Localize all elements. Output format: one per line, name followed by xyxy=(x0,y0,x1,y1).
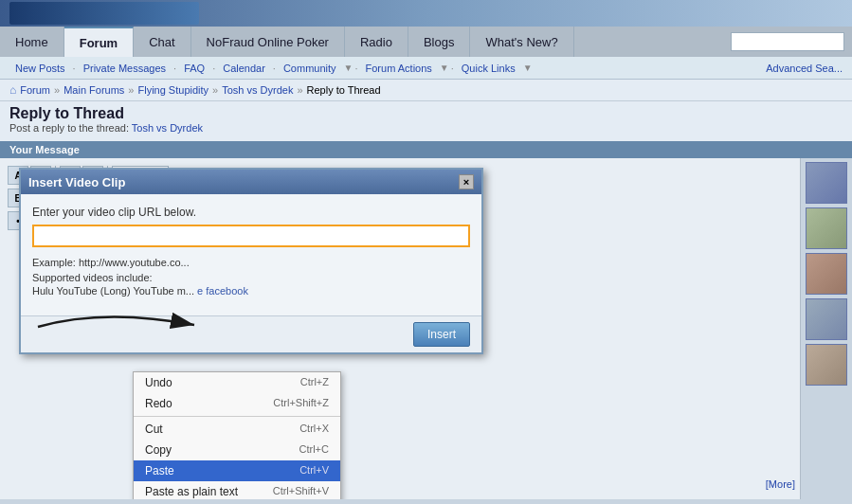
ctx-cut[interactable]: Cut Ctrl+X xyxy=(134,419,340,440)
breadcrumb-forum[interactable]: Forum xyxy=(20,84,50,96)
dialog-insert-button[interactable]: Insert xyxy=(413,322,470,347)
subnav-calendar[interactable]: Calendar xyxy=(217,63,271,74)
subnav-community[interactable]: Community xyxy=(278,63,342,74)
breadcrumb: ⌂ Forum » Main Forums » Flying Stupidity… xyxy=(0,80,852,101)
subnav-private-messages[interactable]: Private Messages xyxy=(78,63,172,74)
insert-video-dialog: Insert Video Clip × Enter your video cli… xyxy=(19,168,483,354)
your-message-bar: Your Message xyxy=(0,141,852,158)
home-icon: ⌂ xyxy=(9,83,16,97)
breadcrumb-current: Reply to Thread xyxy=(307,84,381,96)
sub-nav: New Posts · Private Messages · FAQ · Cal… xyxy=(0,57,852,80)
dialog-title: Insert Video Clip xyxy=(28,175,125,189)
dialog-url-input[interactable] xyxy=(32,225,470,247)
subnav-quick-links[interactable]: Quick Links xyxy=(456,63,521,74)
subnav-new-posts[interactable]: New Posts xyxy=(9,63,71,74)
dialog-footer: Insert xyxy=(21,315,481,352)
avatar-2[interactable] xyxy=(806,207,847,249)
ctx-sep1 xyxy=(134,416,340,417)
dialog-titlebar: Insert Video Clip × xyxy=(21,170,481,194)
search-input[interactable] xyxy=(731,32,844,51)
nav-item-nofraud[interactable]: NoFraud Online Poker xyxy=(191,27,345,57)
ctx-redo[interactable]: Redo Ctrl+Shift+Z xyxy=(134,393,340,414)
banner-logo xyxy=(9,2,199,25)
dialog-example: Example: http://www.youtube.co... xyxy=(32,257,470,268)
avatar-4[interactable] xyxy=(806,298,847,340)
dialog-platforms: Hulu YouTube (Long) YouTube m... e faceb… xyxy=(32,285,470,297)
dialog-body: Enter your video clip URL below. Example… xyxy=(21,194,481,315)
nav-item-radio[interactable]: Radio xyxy=(345,27,408,57)
ctx-paste[interactable]: Paste Ctrl+V xyxy=(134,460,340,481)
thread-link[interactable]: Tosh vs Dyrdek xyxy=(132,122,203,134)
nav-item-forum[interactable]: Forum xyxy=(64,27,134,57)
nav-item-chat[interactable]: Chat xyxy=(134,27,190,57)
dialog-close-button[interactable]: × xyxy=(459,174,474,189)
nav-bar: Home Forum Chat NoFraud Online Poker Rad… xyxy=(0,27,852,57)
more-link[interactable]: [More] xyxy=(766,478,795,490)
ctx-copy[interactable]: Copy Ctrl+C xyxy=(134,440,340,460)
avatar-1[interactable] xyxy=(806,162,847,204)
subnav-faq[interactable]: FAQ xyxy=(178,63,210,74)
avatar-5[interactable] xyxy=(806,344,847,386)
subnav-advanced-search[interactable]: Advanced Sea... xyxy=(766,63,843,74)
avatar-3[interactable] xyxy=(806,253,847,295)
main-content: A A 🖼 📎 Font B I U ≡ ≡ ≡ ≡ • 1. → xyxy=(0,158,852,499)
nav-item-blogs[interactable]: Blogs xyxy=(408,27,471,57)
ctx-paste-plain[interactable]: Paste as plain text Ctrl+Shift+V xyxy=(134,481,340,499)
editor-area: A A 🖼 📎 Font B I U ≡ ≡ ≡ ≡ • 1. → xyxy=(0,158,800,499)
subnav-forum-actions[interactable]: Forum Actions xyxy=(360,63,438,74)
dialog-supported: Supported videos include: xyxy=(32,272,470,283)
top-banner xyxy=(0,0,852,27)
right-sidebar: [More] xyxy=(800,158,852,499)
dialog-url-label: Enter your video clip URL below. xyxy=(32,206,470,219)
page-title: Reply to Thread xyxy=(9,105,843,122)
page-subtitle: Post a reply to the thread: Tosh vs Dyrd… xyxy=(9,122,843,134)
nav-item-whatsnew[interactable]: What's New? xyxy=(470,27,573,57)
ctx-undo[interactable]: Undo Ctrl+Z xyxy=(134,372,340,393)
breadcrumb-tosh-dyrdek[interactable]: Tosh vs Dyrdek xyxy=(222,84,293,96)
breadcrumb-main-forums[interactable]: Main Forums xyxy=(63,84,124,96)
page-title-area: Reply to Thread Post a reply to the thre… xyxy=(0,101,852,141)
nav-item-home[interactable]: Home xyxy=(0,27,64,57)
breadcrumb-flying-stupidity[interactable]: Flying Stupidity xyxy=(137,84,208,96)
nav-search xyxy=(731,27,852,57)
context-menu: Undo Ctrl+Z Redo Ctrl+Shift+Z Cut Ctrl+X… xyxy=(133,371,341,499)
